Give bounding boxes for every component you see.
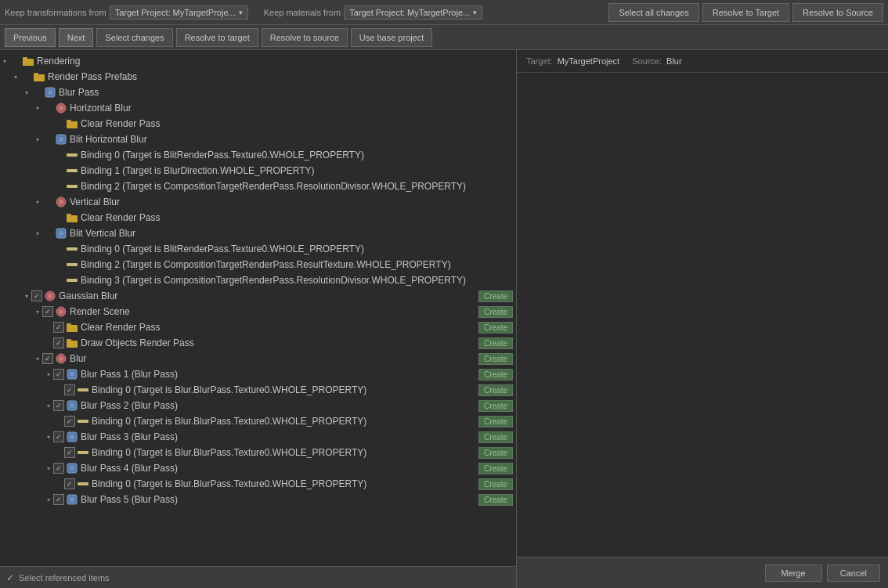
component-icon [55, 103, 67, 114]
merge-button[interactable]: Merge [765, 565, 822, 582]
tree-toggle[interactable]: ▾ [44, 432, 53, 442]
tree-toggle[interactable]: ▾ [33, 307, 42, 316]
tree-toggle[interactable]: ▾ [0, 56, 9, 66]
tree-item[interactable]: Binding 0 (Target is BlitRenderPass.Text… [0, 147, 516, 163]
tree-checkbox[interactable]: ✓ [64, 478, 75, 489]
tree-item[interactable]: Binding 3 (Target is CompositionTargetRe… [0, 272, 516, 288]
tree-item[interactable]: Binding 2 (Target is CompositionTargetRe… [0, 257, 516, 272]
right-header: Target: MyTargetProject Source: Blur [517, 50, 888, 73]
source-project-arrow: ▾ [473, 9, 477, 16]
tree-checkbox[interactable]: ✓ [53, 494, 64, 505]
svg-rect-1 [23, 57, 27, 60]
tree-toggle[interactable]: ▾ [44, 464, 53, 473]
tree-toggle[interactable]: ▾ [33, 135, 42, 144]
svg-rect-31 [67, 339, 71, 341]
tree-item[interactable]: ▾✓BlurCreate [0, 351, 516, 366]
tree-checkbox[interactable]: ✓ [64, 416, 75, 427]
tree-checkbox[interactable]: ✓ [42, 306, 53, 317]
tree-toggle[interactable]: ▾ [44, 401, 53, 410]
resolve-to-source-lower-button[interactable]: Resolve to source [262, 28, 348, 47]
resolve-to-target-button[interactable]: Resolve to Target [702, 3, 789, 22]
tree-item[interactable]: ▾✓Blur Pass 3 (Blur Pass)Create [0, 429, 516, 445]
next-button[interactable]: Next [59, 28, 94, 47]
tree-toggle-empty [44, 182, 53, 191]
tree-container[interactable]: ▾Rendering▾Render Pass Prefabs▾Blur Pass… [0, 50, 516, 566]
tree-toggle[interactable]: ▾ [22, 88, 31, 97]
tree-item[interactable]: ✓Draw Objects Render PassCreate [0, 335, 516, 351]
tree-item[interactable]: ✓Binding 0 (Target is Blur.BlurPass.Text… [0, 445, 516, 460]
tree-item[interactable]: ▾✓Blur Pass 1 (Blur Pass)Create [0, 366, 516, 382]
binding-icon [77, 478, 89, 489]
tree-item[interactable]: ▾✓Blur Pass 2 (Blur Pass)Create [0, 398, 516, 413]
tree-item[interactable]: ▾✓Gaussian BlurCreate [0, 288, 516, 304]
tree-toggle[interactable]: ▾ [44, 495, 53, 504]
tree-item[interactable]: Clear Render Pass [0, 210, 516, 225]
tree-checkbox[interactable]: ✓ [31, 290, 42, 301]
component-icon [55, 197, 67, 207]
svg-rect-14 [67, 185, 78, 188]
status-badge: Create [478, 400, 513, 412]
tree-item[interactable]: ✓Binding 0 (Target is Blur.BlurPass.Text… [0, 382, 516, 398]
status-badge: Create [478, 337, 513, 349]
tree-item[interactable]: Clear Render Pass [0, 116, 516, 132]
tree-checkbox[interactable]: ✓ [64, 384, 75, 395]
tree-checkbox[interactable]: ✓ [53, 400, 64, 411]
resolve-to-target-lower-button[interactable]: Resolve to target [176, 28, 258, 47]
svg-rect-30 [67, 341, 78, 348]
tree-toggle[interactable]: ▾ [22, 291, 31, 301]
tree-checkbox[interactable]: ✓ [53, 463, 64, 474]
tree-checkbox[interactable]: ✓ [53, 431, 64, 442]
target-project-dropdown[interactable]: Target Project: MyTargetProje... ▾ [110, 5, 248, 20]
tree-item[interactable]: ✓Binding 0 (Target is Blur.BlurPass.Text… [0, 413, 516, 429]
tree-toggle[interactable]: ▾ [33, 197, 42, 207]
select-all-changes-button[interactable]: Select all changes [608, 3, 698, 22]
tree-item[interactable]: ▾✓Render SceneCreate [0, 304, 516, 319]
tree-toggle[interactable]: ▾ [11, 72, 20, 81]
resolve-to-source-button[interactable]: Resolve to Source [792, 3, 883, 22]
tree-toggle[interactable]: ▾ [33, 103, 42, 113]
tree-checkbox[interactable]: ✓ [64, 447, 75, 458]
tree-item[interactable]: Binding 1 (Target is BlurDirection.WHOLE… [0, 163, 516, 179]
tree-item-label: Binding 0 (Target is Blur.BlurPass.Textu… [92, 384, 475, 395]
tree-item[interactable]: ▾Vertical Blur [0, 194, 516, 210]
select-changes-button[interactable]: Select changes [96, 28, 172, 47]
tree-toggle-empty [44, 150, 53, 160]
tree-checkbox[interactable]: ✓ [53, 322, 64, 333]
tree-checkbox[interactable]: ✓ [53, 369, 64, 380]
tree-item[interactable]: ▾✓Blur Pass 5 (Blur Pass)Create [0, 492, 516, 507]
tree-item[interactable]: ▾✓Blur Pass 4 (Blur Pass)Create [0, 460, 516, 476]
source-project-dropdown[interactable]: Target Project: MyTargetProje... ▾ [344, 5, 482, 20]
tree-item[interactable]: ▾Blit Vertical Blur [0, 225, 516, 241]
source-header-value: Blur [666, 56, 682, 66]
svg-rect-9 [67, 120, 71, 122]
tree-item-label: Binding 0 (Target is Blur.BlurPass.Textu… [92, 447, 475, 458]
tree-item[interactable]: ▾Horizontal Blur [0, 100, 516, 116]
tree-item[interactable]: ▾Blit Horizontal Blur [0, 132, 516, 147]
status-badge: Create [478, 416, 513, 427]
tree-item[interactable]: ▾Render Pass Prefabs [0, 69, 516, 85]
tree-item-label: Blur Pass 2 (Blur Pass) [81, 400, 475, 411]
svg-point-20 [59, 231, 63, 236]
binding-icon [66, 275, 78, 286]
tree-checkbox[interactable]: ✓ [42, 353, 53, 364]
tree-toggle[interactable]: ▾ [33, 354, 42, 363]
tree-item[interactable]: ✓Binding 0 (Target is Blur.BlurPass.Text… [0, 476, 516, 492]
prefab-icon [66, 431, 78, 442]
tree-item[interactable]: Binding 0 (Target is BlitRenderPass.Text… [0, 241, 516, 257]
svg-rect-13 [67, 169, 78, 172]
prefab-icon [55, 228, 67, 239]
use-base-project-button[interactable]: Use base project [351, 28, 433, 47]
tree-item[interactable]: ✓Clear Render PassCreate [0, 319, 516, 335]
target-project-label: Target Project: MyTargetProje... [115, 8, 236, 17]
previous-button[interactable]: Previous [5, 28, 56, 47]
tree-item[interactable]: Binding 2 (Target is CompositionTargetRe… [0, 179, 516, 194]
cancel-button[interactable]: Cancel [827, 565, 880, 582]
tree-item[interactable]: ▾Blur Pass [0, 85, 516, 100]
svg-point-44 [70, 466, 74, 471]
tree-toggle[interactable]: ▾ [33, 229, 42, 238]
tree-item[interactable]: ▾Rendering [0, 53, 516, 69]
tree-toggle[interactable]: ▾ [44, 370, 53, 379]
tree-checkbox[interactable]: ✓ [53, 337, 64, 348]
svg-rect-22 [67, 263, 78, 266]
svg-rect-18 [67, 214, 71, 216]
